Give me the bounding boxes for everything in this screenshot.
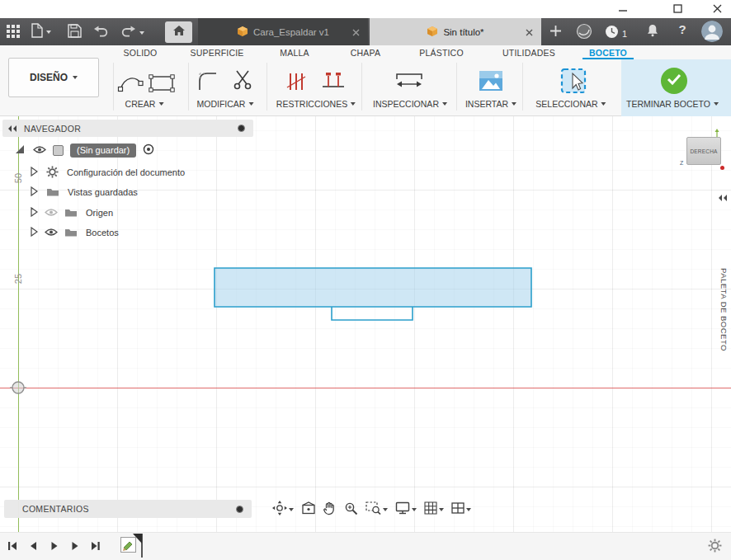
item-label: Vistas guardadas <box>68 187 138 197</box>
navigator-root-row[interactable]: (Sin guardar) <box>15 141 154 159</box>
new-document-caret-icon <box>46 31 51 34</box>
tab-label: Sin título* <box>443 27 483 37</box>
timeline-settings-button[interactable] <box>708 539 722 556</box>
close-button[interactable] <box>708 2 726 16</box>
step-forward-button[interactable] <box>68 540 80 555</box>
save-button[interactable] <box>68 24 82 41</box>
pan-button[interactable] <box>323 501 337 519</box>
workspace-selector[interactable]: DISEÑO <box>8 58 99 97</box>
timeline-playhead[interactable] <box>130 533 144 560</box>
ribbon-tab-solido[interactable]: SOLIDO <box>124 48 158 58</box>
ribbon-tab-utilidades[interactable]: UTILIDADES <box>502 48 555 58</box>
navigator-item-named-views[interactable]: Vistas guardadas <box>30 183 138 201</box>
extensions-button[interactable] <box>576 23 592 43</box>
sketch-palette-tab[interactable]: PALETA DE BOCETO <box>719 268 729 351</box>
image-icon <box>479 80 503 94</box>
minimize-button[interactable] <box>614 2 632 16</box>
maximize-button[interactable] <box>668 2 686 16</box>
timeline-controls <box>7 540 101 555</box>
navigator-item-doc-settings[interactable]: Configuración del documento <box>30 163 185 181</box>
group-modificar[interactable]: MODIFICAR <box>197 99 254 109</box>
redo-icon <box>120 26 136 40</box>
collapse-panel-icon[interactable] <box>7 121 17 136</box>
look-at-button[interactable] <box>301 501 316 518</box>
orbit-button[interactable] <box>272 501 294 519</box>
document-tab-active[interactable]: Sin título* <box>370 18 541 45</box>
group-terminar-boceto[interactable]: TERMINAR BOCETO <box>626 99 719 109</box>
fit-button[interactable] <box>366 501 388 518</box>
visibility-eye-icon[interactable] <box>33 145 46 156</box>
document-root-label[interactable]: (Sin guardar) <box>70 144 136 158</box>
display-settings-button[interactable] <box>395 501 417 518</box>
constraint-tool-1[interactable] <box>286 71 306 96</box>
panel-pin-button[interactable] <box>236 506 243 513</box>
go-to-start-button[interactable] <box>7 540 18 555</box>
item-label: Bocetos <box>86 228 119 238</box>
expand-arrow-icon[interactable] <box>30 227 38 238</box>
go-to-end-button[interactable] <box>89 540 101 555</box>
playhead-marker-icon <box>130 548 144 560</box>
grid-settings-button[interactable] <box>424 501 444 518</box>
target-icon[interactable] <box>143 144 154 157</box>
group-seleccionar[interactable]: SELECCIONAR <box>535 99 606 109</box>
user-avatar[interactable] <box>701 21 723 42</box>
monitor-icon <box>395 501 410 518</box>
magnifier-icon <box>344 501 358 519</box>
trim-tool[interactable] <box>233 69 252 94</box>
step-back-button[interactable] <box>27 540 39 555</box>
sketch-line-tool[interactable] <box>117 73 144 96</box>
group-crear[interactable]: CREAR <box>125 99 164 109</box>
grid-ruler-label-25: 25 <box>13 274 23 284</box>
select-tool[interactable] <box>560 68 587 97</box>
file-icon <box>31 23 43 41</box>
play-button[interactable] <box>48 540 59 555</box>
new-tab-button[interactable] <box>549 25 562 40</box>
job-status-icon <box>605 25 619 42</box>
close-tab-button[interactable] <box>523 26 535 38</box>
comments-bar[interactable]: COMENTARIOS <box>4 500 252 518</box>
ribbon-tab-malla[interactable]: MALLA <box>280 48 309 58</box>
notification-button[interactable] <box>646 24 659 41</box>
redo-button[interactable] <box>120 26 144 40</box>
expand-arrow-icon[interactable] <box>30 167 38 178</box>
expand-palette-button[interactable] <box>718 191 728 205</box>
group-inspeccionar[interactable]: INSPECCIONAR <box>373 99 447 109</box>
zoom-button[interactable] <box>344 501 358 519</box>
chevron-down-icon <box>412 508 417 511</box>
app-grid-button[interactable] <box>7 25 21 42</box>
expand-arrow-icon[interactable] <box>30 186 38 198</box>
expand-arrow-icon[interactable] <box>30 207 38 219</box>
help-button[interactable]: ? <box>675 22 690 36</box>
timeline <box>0 532 731 560</box>
viewports-button[interactable] <box>451 502 471 517</box>
finish-sketch-button[interactable] <box>661 68 687 94</box>
viewcube-face[interactable]: DERECHA <box>686 137 721 165</box>
origin-point[interactable] <box>10 379 26 399</box>
orbit-icon <box>272 501 287 519</box>
navigator-item-sketches[interactable]: Bocetos <box>30 224 119 242</box>
visibility-eye-off-icon[interactable] <box>45 208 58 219</box>
folder-icon <box>46 186 59 198</box>
fillet-tool[interactable] <box>197 71 219 96</box>
home-button[interactable] <box>165 21 192 43</box>
group-restricciones[interactable]: RESTRICCIONES <box>276 99 356 109</box>
ribbon-tab-chapa[interactable]: CHAPA <box>351 48 380 58</box>
visibility-eye-icon[interactable] <box>45 228 58 238</box>
panel-pin-button[interactable] <box>238 125 245 132</box>
viewcube[interactable]: DERECHA Z <box>680 129 729 173</box>
ribbon-tab-boceto[interactable]: BOCETO <box>589 48 627 58</box>
undo-button[interactable] <box>93 26 109 40</box>
document-tab-inactive[interactable]: Cara_Espaldar v1 <box>198 18 368 45</box>
sketch-rectangle-tool[interactable] <box>149 74 175 96</box>
new-document-button[interactable] <box>31 23 51 41</box>
constraint-tool-2[interactable] <box>321 71 346 96</box>
check-icon <box>667 73 681 88</box>
group-insertar[interactable]: INSERTAR <box>465 99 516 109</box>
measure-tool[interactable] <box>395 73 423 94</box>
ribbon-tab-superficie[interactable]: SUPERFICIE <box>190 48 243 58</box>
job-status-button[interactable]: 1 <box>605 25 627 42</box>
navigator-item-origin[interactable]: Origen <box>30 204 113 222</box>
close-tab-button[interactable] <box>350 26 361 38</box>
insert-image-tool[interactable] <box>479 70 503 95</box>
ribbon-tab-plastico[interactable]: PLÁSTICO <box>419 48 464 58</box>
